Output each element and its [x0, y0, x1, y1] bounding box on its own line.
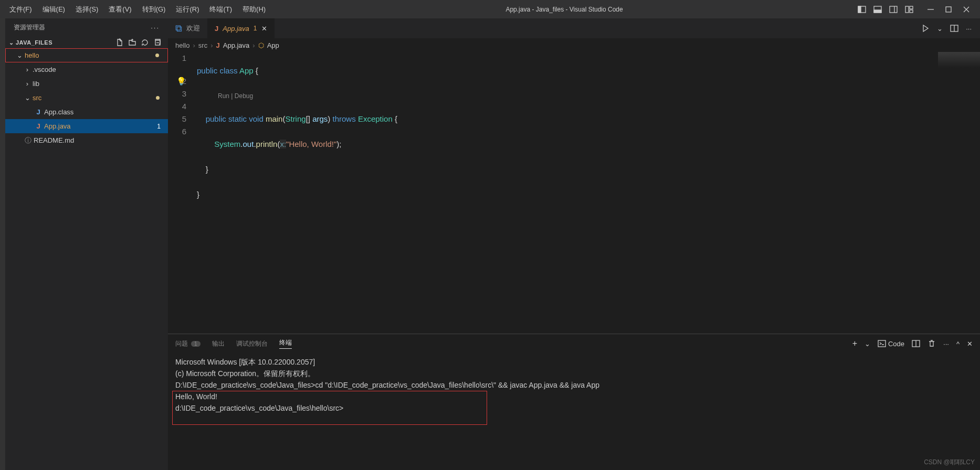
- menu-run[interactable]: 运行(R): [171, 0, 204, 18]
- layout-controls: [858, 5, 913, 14]
- modified-dot-icon: [155, 54, 159, 57]
- chevron-down-icon: ⌄: [7, 39, 16, 46]
- tab-label: 欢迎: [186, 24, 200, 33]
- modified-dot-icon: [156, 96, 160, 100]
- tree-file-appjava[interactable]: J App.java 1: [5, 119, 168, 133]
- panel-tab-terminal[interactable]: 终端: [279, 338, 292, 349]
- file-label: README.md: [34, 136, 74, 144]
- bottom-panel: 问题1 输出 调试控制台 终端 + ⌄ Code ··· ^ ✕ Microso…: [168, 334, 980, 470]
- terminal-dropdown-icon[interactable]: ⌄: [865, 340, 870, 348]
- tree-folder-vscode[interactable]: › .vscode: [5, 62, 168, 77]
- layout-sidebar-left-icon[interactable]: [858, 5, 866, 14]
- tab-close-icon[interactable]: ✕: [261, 25, 267, 33]
- tree-folder-src[interactable]: ⌄ src: [5, 91, 168, 105]
- collapse-all-icon[interactable]: [153, 38, 162, 47]
- minimap[interactable]: [938, 52, 980, 68]
- breadcrumb-item[interactable]: src: [198, 41, 207, 49]
- panel-actions: + ⌄ Code ··· ^ ✕: [852, 339, 973, 348]
- terminal-icon: [878, 339, 886, 348]
- editor-more-icon[interactable]: ···: [966, 25, 972, 33]
- tree-file-readme[interactable]: ⓘ README.md: [5, 133, 168, 147]
- sidebar-header: 资源管理器 ···: [5, 18, 168, 37]
- editor-actions: ⌄ ···: [921, 18, 980, 38]
- chevron-down-icon: ⌄: [23, 94, 31, 102]
- split-terminal-icon[interactable]: [912, 339, 920, 348]
- menu-file[interactable]: 文件(F): [4, 0, 37, 18]
- menu-goto[interactable]: 转到(G): [137, 0, 171, 18]
- problems-count-badge: 1: [191, 341, 201, 347]
- chevron-down-icon: ⌄: [15, 51, 24, 59]
- new-file-icon[interactable]: [115, 38, 124, 47]
- refresh-icon[interactable]: [141, 38, 149, 47]
- panel-tabs: 问题1 输出 调试控制台 终端 + ⌄ Code ··· ^ ✕: [168, 334, 980, 353]
- folder-label: hello: [25, 51, 39, 59]
- svg-rect-3: [874, 10, 881, 13]
- minimize-icon[interactable]: [926, 5, 935, 14]
- explorer-section-header[interactable]: ⌄ JAVA_FILES: [5, 37, 168, 48]
- tab-welcome[interactable]: ⧉ 欢迎: [168, 18, 207, 38]
- chevron-right-icon: ›: [252, 41, 255, 49]
- run-dropdown-icon[interactable]: ⌄: [937, 25, 943, 33]
- folder-label: src: [33, 94, 41, 102]
- breadcrumb-item[interactable]: App.java: [223, 41, 250, 49]
- tab-label: App.java: [223, 25, 249, 33]
- sidebar: 资源管理器 ··· ⌄ JAVA_FILES ⌄ hello › .vscode…: [5, 18, 168, 470]
- split-editor-icon[interactable]: [950, 24, 958, 33]
- terminal-content[interactable]: Microsoft Windows [版本 10.0.22000.2057] (…: [168, 353, 980, 470]
- breadcrumb-item[interactable]: hello: [175, 41, 189, 49]
- panel-tab-output[interactable]: 输出: [212, 339, 225, 348]
- tree-folder-hello[interactable]: ⌄ hello: [5, 48, 168, 62]
- title-bar: 文件(F) 编辑(E) 选择(S) 查看(V) 转到(G) 运行(R) 终端(T…: [0, 0, 980, 18]
- breadcrumb[interactable]: hello › src › J App.java › ⬡ App: [168, 38, 980, 52]
- layout-sidebar-right-icon[interactable]: [889, 5, 898, 14]
- panel-tab-problems[interactable]: 问题1: [175, 339, 201, 348]
- svg-rect-10: [946, 7, 951, 12]
- section-label: JAVA_FILES: [16, 39, 52, 46]
- java-file-icon: J: [34, 122, 43, 130]
- panel-close-icon[interactable]: ✕: [967, 340, 973, 348]
- terminal-profile[interactable]: Code: [878, 339, 904, 348]
- menu-select[interactable]: 选择(S): [70, 0, 103, 18]
- maximize-icon[interactable]: [944, 5, 953, 14]
- sidebar-more-icon[interactable]: ···: [151, 24, 160, 31]
- tab-appjava[interactable]: J App.java 1 ✕: [207, 18, 275, 38]
- watermark: CSDN @耶耶LCY: [924, 458, 975, 467]
- panel-maximize-icon[interactable]: ^: [956, 340, 960, 348]
- info-file-icon: ⓘ: [23, 136, 33, 145]
- menu-help[interactable]: 帮助(H): [237, 0, 271, 18]
- window-controls: [926, 5, 976, 14]
- svg-rect-1: [858, 6, 861, 13]
- svg-rect-7: [910, 6, 913, 9]
- new-folder-icon[interactable]: [128, 38, 136, 47]
- run-icon[interactable]: [921, 24, 930, 33]
- menu-terminal[interactable]: 终端(T): [204, 0, 237, 18]
- java-file-icon: J: [216, 41, 220, 49]
- editor-group: ⧉ 欢迎 J App.java 1 ✕ ⌄ ··· hello › src › …: [168, 18, 980, 470]
- chevron-right-icon: ›: [193, 41, 195, 49]
- chevron-right-icon: ›: [23, 80, 31, 88]
- panel-more-icon[interactable]: ···: [943, 340, 949, 348]
- codelens-run-debug[interactable]: Run | Debug: [197, 90, 980, 100]
- menu-edit[interactable]: 编辑(E): [37, 0, 70, 18]
- tree-folder-lib[interactable]: › lib: [5, 77, 168, 91]
- layout-panel-icon[interactable]: [873, 5, 882, 14]
- class-symbol-icon: ⬡: [258, 41, 264, 49]
- tree-file-appclass[interactable]: J App.class: [5, 105, 168, 119]
- java-file-icon: J: [215, 25, 218, 33]
- lightbulb-icon[interactable]: 💡: [176, 75, 186, 88]
- java-file-icon: J: [34, 108, 43, 116]
- new-terminal-icon[interactable]: +: [852, 339, 857, 348]
- code-content[interactable]: public class App { Run | Debug public st…: [197, 52, 980, 334]
- breadcrumb-item[interactable]: App: [267, 41, 279, 49]
- kill-terminal-icon[interactable]: [928, 339, 936, 348]
- menubar: 文件(F) 编辑(E) 选择(S) 查看(V) 转到(G) 运行(R) 终端(T…: [4, 0, 271, 18]
- problem-count-badge: 1: [157, 123, 161, 130]
- svg-rect-4: [890, 6, 897, 13]
- layout-customize-icon[interactable]: [905, 5, 913, 14]
- panel-tab-debug-console[interactable]: 调试控制台: [236, 339, 268, 348]
- line-gutter: 123456: [168, 52, 197, 334]
- folder-label: .vscode: [33, 66, 56, 73]
- close-icon[interactable]: [962, 5, 971, 14]
- code-editor[interactable]: 💡 123456 public class App { Run | Debug …: [168, 52, 980, 334]
- menu-view[interactable]: 查看(V): [103, 0, 136, 18]
